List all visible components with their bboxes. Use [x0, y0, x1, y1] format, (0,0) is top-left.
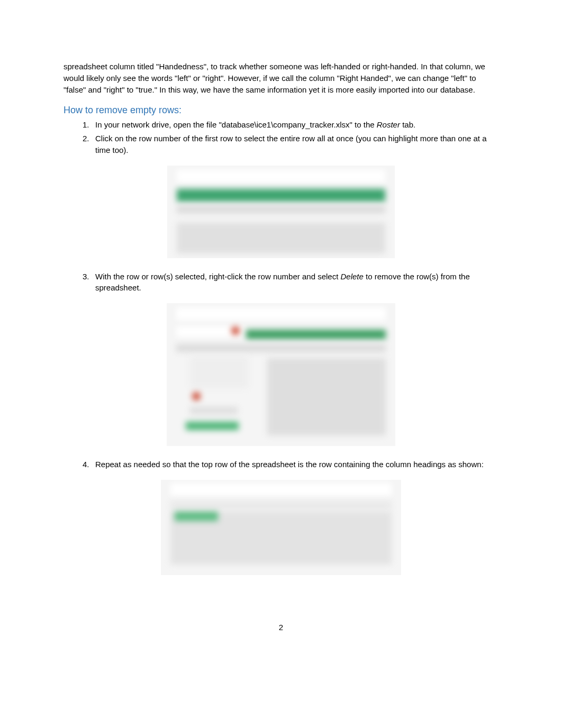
steps-list-cont2: 4. Repeat as needed so that the top row … — [83, 459, 498, 470]
steps-list: 1. In your network drive, open the file … — [83, 119, 498, 156]
document-page: spreadsheet column titled "Handedness", … — [0, 0, 562, 663]
step-number: 2. — [83, 133, 89, 144]
figure-1 — [64, 166, 498, 258]
figure-3 — [64, 480, 498, 575]
step-italic: Delete — [341, 272, 364, 281]
step-number: 4. — [83, 459, 89, 470]
step-text: Click on the row number of the first row… — [95, 134, 487, 154]
step-item-3: 3. With the row or row(s) selected, righ… — [83, 271, 498, 294]
step-number: 1. — [83, 119, 89, 131]
intro-paragraph: spreadsheet column titled "Handedness", … — [64, 61, 498, 95]
screenshot-image — [167, 303, 395, 446]
step-item-4: 4. Repeat as needed so that the top row … — [83, 459, 498, 470]
steps-list-cont: 3. With the row or row(s) selected, righ… — [83, 271, 498, 294]
step-item-2: 2. Click on the row number of the first … — [83, 133, 498, 156]
screenshot-image — [161, 480, 401, 575]
page-number: 2 — [64, 623, 498, 632]
step-italic: Roster — [377, 120, 400, 129]
step-number: 3. — [83, 271, 89, 283]
step-text: Repeat as needed so that the top row of … — [95, 460, 484, 469]
section-heading: How to remove empty rows: — [64, 105, 498, 116]
screenshot-image — [167, 166, 395, 258]
figure-2 — [64, 303, 498, 446]
step-text-after: tab. — [400, 120, 415, 129]
step-item-1: 1. In your network drive, open the file … — [83, 119, 498, 131]
step-text: In your network drive, open the file "da… — [95, 120, 377, 129]
step-text: With the row or row(s) selected, right-c… — [95, 272, 341, 281]
